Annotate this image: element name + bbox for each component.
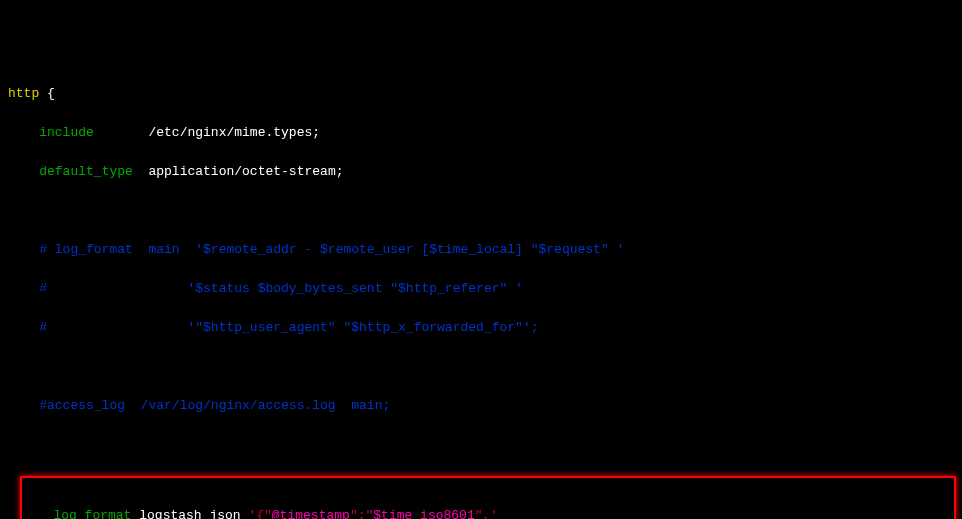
code-line: include /etc/nginx/mime.types; (0, 123, 962, 143)
log-format-line: log_format logstash_json '{"@timestamp":… (26, 508, 498, 520)
comment-line: # '"$http_user_agent" "$http_x_forwarded… (0, 318, 962, 338)
comment-line: # '$status $body_bytes_sent "$http_refer… (0, 279, 962, 299)
highlight-box: log_format logstash_json '{"@timestamp":… (20, 476, 956, 519)
blank-line (0, 435, 962, 455)
code-line: http { (0, 84, 962, 104)
blank-line (0, 201, 962, 221)
code-line: default_type application/octet-stream; (0, 162, 962, 182)
keyword-log-format: log_format (53, 508, 131, 520)
comment-line: # log_format main '$remote_addr - $remot… (0, 240, 962, 260)
json-var: $time_iso8601 (373, 508, 474, 520)
json-key: @timestamp (272, 508, 350, 520)
keyword-default-type: default_type (39, 164, 133, 179)
keyword-http: http (8, 86, 39, 101)
keyword-include: include (39, 125, 94, 140)
comment-line: #access_log /var/log/nginx/access.log ma… (0, 396, 962, 416)
blank-line (0, 357, 962, 377)
